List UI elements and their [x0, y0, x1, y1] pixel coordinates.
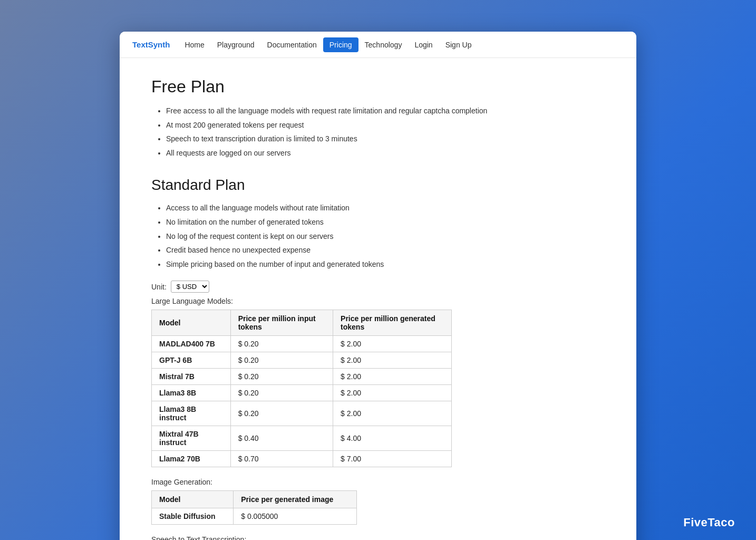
free-plan-features: Free access to all the language models w…	[151, 104, 605, 160]
table-row: Mistral 7B$ 0.20$ 2.00	[152, 369, 452, 385]
nav-item-login[interactable]: Login	[408, 37, 439, 52]
table-row: Mixtral 47B instruct$ 0.40$ 4.00	[152, 426, 452, 451]
nav-item-playground[interactable]: Playground	[211, 37, 261, 52]
unit-label: Unit:	[151, 283, 167, 291]
nav-item-home[interactable]: Home	[178, 37, 210, 52]
table-row: Llama2 70B$ 0.70$ 7.00	[152, 451, 452, 467]
llm-col-header: Price per million generated tokens	[333, 310, 452, 336]
free-feature-item: Speech to text transcription duration is…	[166, 132, 605, 146]
table-row: Stable Diffusion$ 0.005000	[152, 508, 357, 525]
brand-logo[interactable]: TextSynth	[132, 40, 170, 49]
navbar: TextSynth HomePlaygroundDocumentationPri…	[120, 32, 636, 58]
img-label: Image Generation:	[151, 478, 605, 486]
standard-feature-item: No log of the request content is kept on…	[166, 229, 605, 244]
llm-label: Large Language Models:	[151, 297, 605, 305]
table-row: MADLAD400 7B$ 0.20$ 2.00	[152, 336, 452, 352]
nav-item-sign-up[interactable]: Sign Up	[439, 37, 478, 52]
standard-feature-item: Credit based hence no unexpected expense	[166, 243, 605, 257]
main-content: Free Plan Free access to all the languag…	[120, 58, 636, 540]
nav-items: HomePlaygroundDocumentationPricingTechno…	[178, 40, 478, 50]
free-feature-item: At most 200 generated tokens per request	[166, 118, 605, 132]
unit-row: Unit: $ USD	[151, 281, 605, 293]
llm-col-header: Price per million input tokens	[230, 310, 333, 336]
llm-col-header: Model	[152, 310, 231, 336]
img-col-header: Model	[152, 491, 234, 508]
fivetaco-brand: FiveTaco	[683, 516, 735, 529]
unit-select[interactable]: $ USD	[171, 281, 209, 293]
img-pricing-table: ModelPrice per generated imageStable Dif…	[151, 490, 357, 525]
nav-item-pricing[interactable]: Pricing	[323, 37, 358, 52]
table-row: Llama3 8B instruct$ 0.20$ 2.00	[152, 401, 452, 426]
free-feature-item: Free access to all the language models w…	[166, 104, 605, 118]
standard-plan-features: Access to all the language models withou…	[151, 201, 605, 271]
free-plan-title: Free Plan	[151, 77, 605, 97]
standard-feature-item: Access to all the language models withou…	[166, 201, 605, 215]
nav-item-documentation[interactable]: Documentation	[261, 37, 323, 52]
img-col-header: Price per generated image	[234, 491, 357, 508]
browser-window: TextSynth HomePlaygroundDocumentationPri…	[120, 32, 636, 540]
table-row: Llama3 8B$ 0.20$ 2.00	[152, 385, 452, 401]
standard-plan-title: Standard Plan	[151, 177, 605, 194]
stt-label: Speech to Text Transcription:	[151, 535, 605, 540]
free-feature-item: All requests are logged on our servers	[166, 146, 605, 160]
table-row: GPT-J 6B$ 0.20$ 2.00	[152, 352, 452, 369]
nav-item-technology[interactable]: Technology	[358, 37, 409, 52]
standard-feature-item: Simple pricing based on the number of in…	[166, 257, 605, 272]
llm-pricing-table: ModelPrice per million input tokensPrice…	[151, 310, 452, 467]
standard-feature-item: No limitation on the number of generated…	[166, 215, 605, 229]
